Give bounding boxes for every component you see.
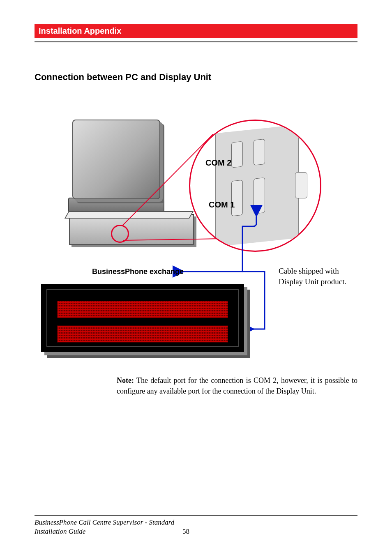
note-prefix: Note:: [117, 376, 134, 385]
header-title: Installation Appendix: [39, 26, 122, 35]
pc-monitor: [72, 120, 160, 216]
connection-diagram: COM 2 COM 1 BusinessPhone exchange: [35, 120, 357, 358]
note-paragraph: Note: The default port for the connectio…: [117, 375, 357, 396]
section-heading: Connection between PC and Display Unit: [35, 72, 357, 83]
display-unit: [41, 284, 244, 352]
header-underline: [35, 41, 357, 42]
footer-line1: BusinessPhone Call Centre Supervisor - S…: [35, 518, 357, 527]
com2-label: COM 2: [205, 158, 231, 168]
businessphone-exchange-label: BusinessPhone exchange: [92, 267, 184, 276]
footer-line2: Installation Guide: [35, 527, 85, 535]
side-serial-port: [295, 172, 307, 198]
com1-label: COM 1: [209, 200, 235, 210]
cable-shipped-text: Cable shipped with Display Unit product.: [279, 266, 353, 287]
note-body: The default port for the connection is C…: [117, 376, 357, 395]
pc-case: [69, 214, 194, 245]
header-bar: Installation Appendix: [35, 24, 357, 40]
page-footer: BusinessPhone Call Centre Supervisor - S…: [35, 515, 357, 536]
page-number: 58: [182, 527, 189, 536]
pc-port-highlight: [111, 225, 129, 243]
